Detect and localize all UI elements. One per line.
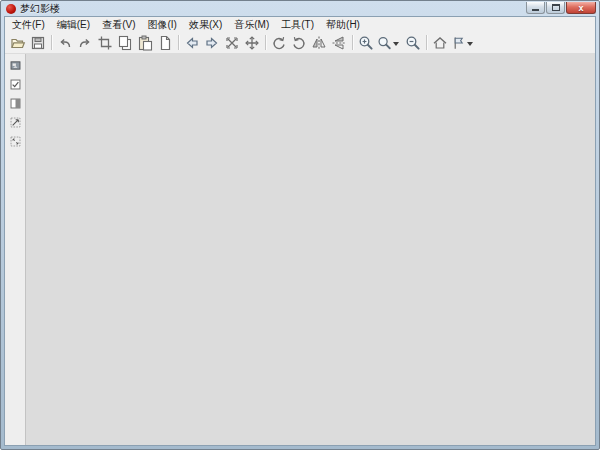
paste-button[interactable] [135,33,155,52]
toolbar-separator [265,35,266,50]
crop-button[interactable] [95,33,115,52]
close-icon: x [578,3,583,13]
window-controls: x [526,2,596,14]
rotate-right-icon [291,35,307,51]
check-select-tool-button[interactable] [7,77,23,92]
editor-canvas[interactable] [26,54,595,445]
undo-icon [57,35,73,51]
tool-bar [5,32,595,54]
dropdown-caret-icon [393,42,399,46]
toolbar-separator [426,35,427,50]
dashed-marquee-tool-button[interactable] [7,134,23,149]
close-button[interactable]: x [566,2,596,14]
menu-effects[interactable]: 效果(X) [183,17,228,32]
home-button[interactable] [430,33,450,52]
check-select-icon [9,78,22,91]
app-window: 梦幻影楼 x 文件(F) 编辑(E) 查看(V) 图像(I) 效果(X) 音乐(… [0,0,600,450]
dashed-marquee-icon [9,135,22,148]
dropdown-caret-icon [467,42,473,46]
zoom-in-icon [358,35,374,51]
redo-icon [77,35,93,51]
flip-horizontal-icon [311,35,327,51]
toolbar-separator [178,35,179,50]
arrow-right-icon [204,35,220,51]
menu-music[interactable]: 音乐(M) [228,17,275,32]
transform-tool-button[interactable] [7,115,23,130]
menu-view[interactable]: 查看(V) [96,17,141,32]
work-area [5,54,595,445]
half-mask-icon [9,97,22,110]
undo-button[interactable] [55,33,75,52]
toolbar-separator [51,35,52,50]
home-icon [432,35,448,51]
copy-button[interactable] [115,33,135,52]
flip-vertical-icon [331,35,347,51]
toolbar-separator [352,35,353,50]
minimize-icon [532,9,539,11]
expand-arrows-icon [224,35,240,51]
next-button[interactable] [202,33,222,52]
paste-icon [137,35,153,51]
menu-image[interactable]: 图像(I) [141,17,182,32]
transform-arrow-icon [9,116,22,129]
open-folder-icon [10,35,26,51]
image-thumbnail-icon [9,59,22,72]
open-button[interactable] [8,33,28,52]
title-bar[interactable]: 梦幻影楼 x [1,1,599,16]
zoom-in-button[interactable] [356,33,376,52]
maximize-button[interactable] [546,2,565,14]
menu-bar: 文件(F) 编辑(E) 查看(V) 图像(I) 效果(X) 音乐(M) 工具(T… [5,17,595,32]
previous-button[interactable] [182,33,202,52]
half-mask-tool-button[interactable] [7,96,23,111]
menu-edit[interactable]: 编辑(E) [51,17,96,32]
move-four-way-icon [244,35,260,51]
blank-page-button[interactable] [155,33,175,52]
side-toolbox [5,54,26,445]
flag-icon [451,35,466,51]
app-rose-icon [6,4,16,14]
rotate-left-button[interactable] [269,33,289,52]
flip-vertical-button[interactable] [329,33,349,52]
crop-icon [97,35,113,51]
image-thumbnail-tool-button[interactable] [7,58,23,73]
rotate-right-button[interactable] [289,33,309,52]
blank-page-icon [157,35,173,51]
flag-mode-dropdown-button[interactable] [450,33,477,52]
save-floppy-icon [30,35,46,51]
window-title: 梦幻影楼 [20,1,526,16]
client-area: 文件(F) 编辑(E) 查看(V) 图像(I) 效果(X) 音乐(M) 工具(T… [4,16,596,446]
expand-button[interactable] [222,33,242,52]
menu-tools[interactable]: 工具(T) [275,17,320,32]
redo-button[interactable] [75,33,95,52]
zoom-icon [377,35,392,51]
rotate-left-icon [271,35,287,51]
menu-file[interactable]: 文件(F) [6,17,51,32]
move-button[interactable] [242,33,262,52]
minimize-button[interactable] [526,2,545,14]
arrow-left-icon [184,35,200,51]
maximize-icon [552,4,560,11]
zoom-out-button[interactable] [403,33,423,52]
save-button[interactable] [28,33,48,52]
copy-icon [117,35,133,51]
zoom-mode-dropdown-button[interactable] [376,33,403,52]
zoom-out-icon [405,35,421,51]
flip-horizontal-button[interactable] [309,33,329,52]
menu-help[interactable]: 帮助(H) [320,17,366,32]
